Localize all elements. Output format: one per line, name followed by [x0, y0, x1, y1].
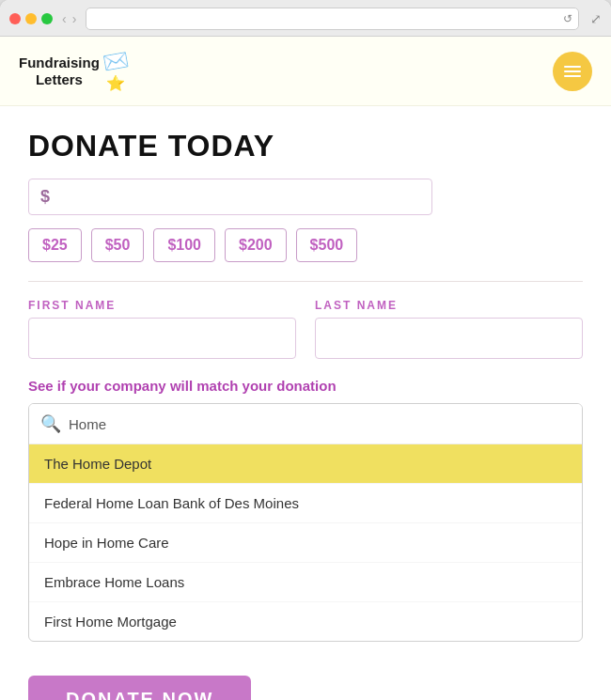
reload-icon: ↺ [563, 12, 572, 25]
browser-chrome: ‹ › ↺ ⤢ [0, 0, 611, 37]
minimize-traffic-light[interactable] [25, 13, 37, 24]
maximize-traffic-light[interactable] [41, 13, 53, 24]
expand-icon: ⤢ [590, 11, 602, 26]
page-content: Fundraising Letters ✉️ ⭐ DONATE TODAY [0, 37, 611, 700]
back-button[interactable]: ‹ [60, 11, 69, 26]
donate-now-button[interactable]: DONATE NOW [28, 676, 251, 700]
list-item[interactable]: Embrace Home Loans [29, 563, 582, 602]
star-icon: ⭐ [106, 74, 125, 92]
first-name-group: FIRST NAME [28, 299, 296, 359]
forward-button[interactable]: › [70, 11, 79, 26]
preset-amounts: $25 $50 $100 $200 $500 [28, 228, 583, 262]
logo-icons: ✉️ ⭐ [103, 50, 129, 92]
site-header: Fundraising Letters ✉️ ⭐ [0, 37, 611, 106]
search-icon: 🔍 [40, 413, 61, 434]
company-search-input[interactable] [69, 416, 571, 432]
logo-text: Fundraising Letters [19, 54, 100, 88]
menu-button[interactable] [553, 52, 592, 91]
address-bar[interactable]: ↺ [86, 8, 579, 30]
dropdown-list: The Home Depot Federal Home Loan Bank of… [29, 444, 582, 641]
dollar-sign: $ [40, 187, 50, 207]
last-name-label: LAST NAME [315, 299, 583, 312]
main-content: DONATE TODAY $ $25 $50 $100 $200 $500 FI… [0, 106, 611, 661]
list-item[interactable]: Federal Home Loan Bank of Des Moines [29, 484, 582, 523]
hamburger-icon [564, 66, 581, 77]
last-name-input[interactable] [315, 318, 583, 359]
nav-arrows: ‹ › [60, 11, 78, 26]
envelope-icon: ✉️ [102, 48, 131, 76]
name-fields: FIRST NAME LAST NAME [28, 299, 583, 359]
company-match-label: See if your company will match your dona… [28, 378, 583, 394]
page-title: DONATE TODAY [28, 129, 583, 163]
logo-area: Fundraising Letters ✉️ ⭐ [19, 50, 129, 92]
preset-25[interactable]: $25 [28, 228, 82, 262]
amount-input-wrapper: $ [28, 179, 432, 215]
search-row: 🔍 [29, 404, 582, 444]
amount-input[interactable] [57, 189, 420, 206]
preset-200[interactable]: $200 [225, 228, 287, 262]
preset-50[interactable]: $50 [91, 228, 145, 262]
list-item[interactable]: The Home Depot [29, 444, 582, 484]
browser-window: ‹ › ↺ ⤢ Fundraising Letters ✉️ ⭐ [0, 0, 611, 700]
traffic-lights [9, 13, 53, 24]
last-name-group: LAST NAME [315, 299, 583, 359]
first-name-label: FIRST NAME [28, 299, 296, 312]
divider [28, 281, 583, 282]
first-name-input[interactable] [28, 318, 296, 359]
list-item[interactable]: Hope in Home Care [29, 523, 582, 563]
list-item[interactable]: First Home Mortgage [29, 602, 582, 641]
close-traffic-light[interactable] [9, 13, 21, 24]
donate-btn-wrapper: DONATE NOW [0, 661, 611, 700]
company-search-dropdown: 🔍 The Home Depot Federal Home Loan Bank … [28, 403, 583, 642]
preset-500[interactable]: $500 [296, 228, 358, 262]
preset-100[interactable]: $100 [153, 228, 215, 262]
